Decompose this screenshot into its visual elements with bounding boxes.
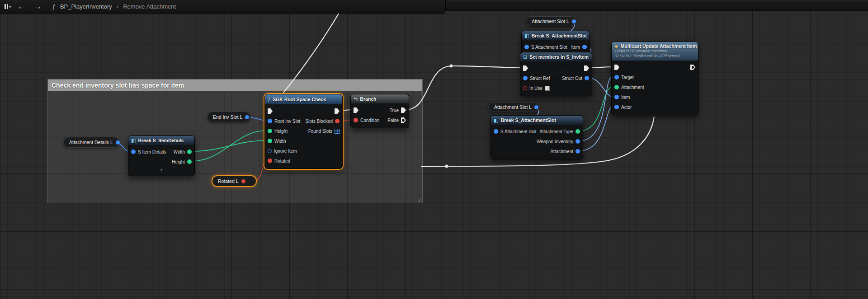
pin-ignore-item[interactable] bbox=[268, 149, 272, 153]
pin-label: Actor bbox=[621, 105, 632, 110]
pin-label: Weapon Inventory bbox=[537, 139, 573, 144]
pin-label: Item bbox=[621, 95, 630, 100]
pin-label: True bbox=[390, 108, 399, 113]
pin-exec-out[interactable] bbox=[335, 108, 340, 114]
pin-struct-out[interactable] bbox=[585, 76, 589, 80]
node-title: SGK Root Space Check bbox=[273, 97, 326, 102]
pin-width-out[interactable] bbox=[187, 150, 192, 154]
pin-attachment-details-out[interactable] bbox=[116, 140, 120, 145]
pin-found-slots-out[interactable] bbox=[335, 129, 340, 134]
pin-exec-in[interactable] bbox=[354, 107, 359, 113]
pin-exec-in[interactable] bbox=[268, 108, 273, 114]
pin-struct-ref[interactable] bbox=[523, 76, 528, 80]
pin-exec-in[interactable] bbox=[614, 65, 619, 70]
var-node-rotated[interactable]: Rotated L bbox=[212, 175, 257, 187]
event-icon: ◈ bbox=[614, 44, 618, 49]
var-node-attachment-slot-mid[interactable]: Attachment Slot L bbox=[488, 102, 539, 112]
node-break-s-attachmentslot-top[interactable]: ◧ Break S_AttachmentSlot S Attachment Sl… bbox=[521, 31, 590, 55]
pin-label: Item bbox=[571, 45, 580, 50]
pin-root-inv-slot[interactable] bbox=[268, 119, 272, 123]
node-break-s-itemdetails[interactable]: ◧ Break S_ItemDetails S Item Details Wid… bbox=[128, 135, 195, 176]
pin-label: S Attachment Slot bbox=[531, 45, 567, 50]
pin-weapon-inventory-out[interactable] bbox=[576, 139, 580, 144]
node-header: ⇆ Branch bbox=[351, 94, 409, 103]
node-header: ƒ SGK Root Space Check bbox=[265, 94, 342, 104]
in-use-checkbox[interactable] bbox=[545, 86, 550, 91]
pin-attachment-slot-mid-out[interactable] bbox=[534, 105, 538, 109]
pin-label: Slots Blocked bbox=[305, 119, 333, 124]
pin-label: S Attachment Slot bbox=[500, 129, 537, 134]
node-branch[interactable]: ⇆ Branch True Condition False bbox=[350, 94, 409, 128]
pin-label: Attachment bbox=[621, 85, 644, 90]
var-node-attachment-slot-top[interactable]: Attachment Slot L bbox=[526, 16, 576, 26]
comment-resize-handle[interactable] bbox=[417, 197, 421, 202]
pin-false-out[interactable] bbox=[401, 117, 406, 123]
node-title: Break S_AttachmentSlot bbox=[500, 117, 556, 123]
node-break-s-attachmentslot-mid[interactable]: ◧ Break S_AttachmentSlot S Attachment Sl… bbox=[491, 115, 583, 159]
node-header: ◈ Multicast Update Attachment Item Targe… bbox=[612, 42, 698, 61]
breadcrumb-graph[interactable]: Remove Attachment bbox=[123, 3, 176, 10]
pin-height-in[interactable] bbox=[268, 129, 272, 133]
break-struct-icon: ◧ bbox=[494, 118, 498, 123]
node-title: Multicast Update Attachment Item bbox=[620, 43, 697, 49]
pin-exec-out[interactable] bbox=[690, 65, 695, 70]
pin-attachment-type-out[interactable] bbox=[576, 129, 580, 134]
comment-header[interactable]: Check end inventory slot has space for i… bbox=[48, 79, 422, 91]
pin-label: Condition bbox=[360, 118, 379, 123]
node-set-members-s-invitem[interactable]: ⊞ Set members in S_InvItem Struct Ref St… bbox=[520, 52, 592, 96]
pin-label: Rotated bbox=[274, 159, 290, 164]
pin-exec-out[interactable] bbox=[584, 65, 589, 71]
pin-label: Attachment bbox=[550, 149, 573, 154]
function-icon: ƒ bbox=[268, 97, 270, 102]
pin-item-out[interactable] bbox=[582, 45, 587, 49]
pin-attachment[interactable] bbox=[614, 85, 619, 89]
node-header: ⊞ Set members in S_InvItem bbox=[520, 52, 592, 61]
pin-attachment-out[interactable] bbox=[576, 149, 580, 154]
set-members-icon: ⊞ bbox=[523, 55, 527, 60]
node-subtitle: Target is BP Weapon Inventory bbox=[614, 49, 694, 54]
asset-icon bbox=[5, 4, 8, 9]
forward-button[interactable]: → bbox=[32, 2, 44, 11]
pin-label: Found Slots bbox=[308, 129, 332, 134]
pin-true-out[interactable] bbox=[401, 107, 406, 113]
pin-label: Struct Ref bbox=[530, 76, 550, 81]
graph-breadcrumb-bar: ▾ ← → ƒ BP_PlayerInventory › Remove Atta… bbox=[0, 0, 445, 14]
pin-height-out[interactable] bbox=[187, 159, 192, 164]
docked-panel-edge bbox=[445, 0, 868, 11]
pin-label: In Use bbox=[529, 86, 542, 91]
asset-picker-button[interactable]: ▾ bbox=[5, 4, 11, 9]
node-sgk-root-space-check[interactable]: ƒ SGK Root Space Check Root Inv Slot Slo… bbox=[264, 94, 343, 169]
pin-s-item-details[interactable] bbox=[131, 150, 136, 154]
caret-down-icon: ▾ bbox=[9, 5, 11, 9]
pin-end-inv-slot-out[interactable] bbox=[245, 115, 249, 119]
breadcrumb-chevron-icon: › bbox=[117, 3, 118, 10]
pin-item[interactable] bbox=[614, 95, 619, 99]
var-label: Attachment Slot L bbox=[494, 104, 532, 110]
pin-rotated-out[interactable] bbox=[241, 179, 245, 183]
pin-slots-blocked-out[interactable] bbox=[335, 119, 340, 123]
pin-rotated-in[interactable] bbox=[268, 159, 272, 163]
node-collapse-chevron[interactable]: ∧ bbox=[128, 167, 194, 173]
node-multicast-update-attachment-item[interactable]: ◈ Multicast Update Attachment Item Targe… bbox=[611, 42, 698, 115]
breadcrumb-blueprint[interactable]: BP_PlayerInventory bbox=[60, 3, 112, 10]
node-subtitle: RELIABLE Replicated To All (if server) bbox=[614, 54, 694, 59]
var-node-attachment-details[interactable]: Attachment Details L bbox=[63, 137, 119, 148]
pin-s-attachment-slot[interactable] bbox=[524, 45, 529, 49]
pin-width-in[interactable] bbox=[268, 139, 272, 143]
break-struct-icon: ◧ bbox=[524, 33, 529, 38]
pin-actor[interactable] bbox=[614, 105, 619, 109]
var-node-end-inv-slot[interactable]: End Inv Slot L bbox=[207, 112, 250, 122]
pin-condition[interactable] bbox=[354, 118, 358, 122]
pin-attachment-slot-top-out[interactable] bbox=[572, 19, 576, 23]
back-button[interactable]: ← bbox=[16, 2, 28, 11]
pin-in-use[interactable] bbox=[523, 86, 527, 90]
pin-label: Root Inv Slot bbox=[274, 119, 300, 124]
pin-label: Ignore Item bbox=[274, 149, 297, 154]
pin-exec-in[interactable] bbox=[523, 65, 528, 71]
pin-label: Attachment Type bbox=[539, 129, 573, 134]
pin-s-attachment-slot[interactable] bbox=[494, 129, 498, 134]
pin-target[interactable] bbox=[614, 75, 619, 79]
pin-label: Struct Out bbox=[562, 76, 582, 81]
function-icon: ƒ bbox=[52, 3, 56, 10]
node-title: Break S_AttachmentSlot bbox=[531, 33, 587, 38]
